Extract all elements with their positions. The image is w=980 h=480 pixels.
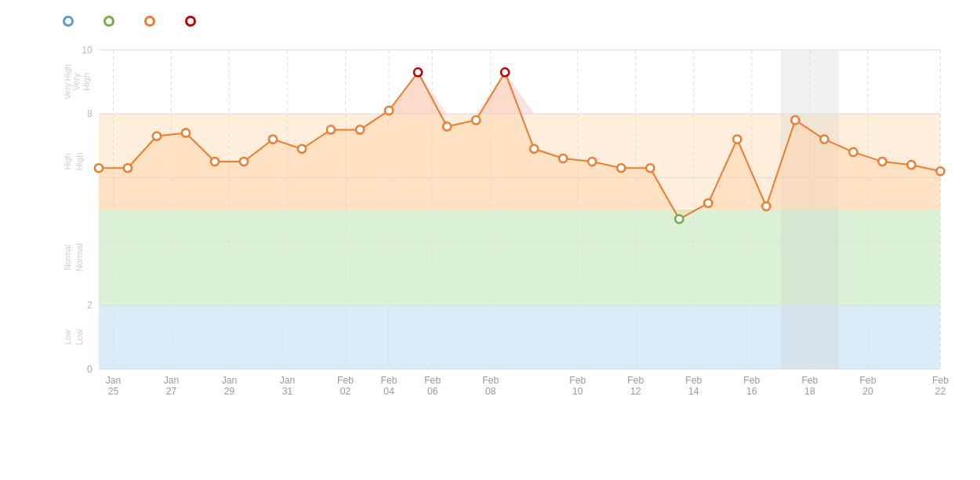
svg-text:Jan: Jan [106, 375, 122, 386]
svg-text:Low: Low [74, 329, 84, 345]
svg-point-66 [936, 167, 944, 175]
svg-text:12: 12 [630, 386, 641, 397]
chart-container: 02810VeryHighHighNormalLowJan25Jan27Jan2… [0, 0, 980, 480]
svg-point-59 [733, 136, 741, 144]
svg-text:Feb: Feb [932, 375, 949, 386]
svg-text:Feb: Feb [801, 375, 818, 386]
svg-point-45 [327, 125, 335, 133]
svg-point-38 [124, 164, 132, 172]
svg-text:Jan: Jan [222, 375, 238, 386]
legend-dot-normal [103, 16, 114, 27]
svg-text:8: 8 [87, 108, 93, 119]
chart-svg: 02810VeryHighHighNormalLowJan25Jan27Jan2… [55, 38, 964, 413]
svg-text:16: 16 [746, 386, 757, 397]
svg-point-61 [791, 116, 799, 124]
svg-text:Normal: Normal [74, 243, 84, 271]
svg-text:04: 04 [383, 386, 394, 397]
svg-text:25: 25 [108, 386, 119, 397]
svg-text:06: 06 [427, 386, 438, 397]
svg-point-53 [559, 155, 567, 162]
svg-text:Feb: Feb [569, 375, 586, 386]
svg-text:High: High [74, 153, 84, 171]
svg-point-48 [414, 68, 422, 76]
legend-dot-veryhigh [185, 16, 196, 27]
svg-text:2: 2 [87, 300, 93, 311]
svg-text:Feb: Feb [627, 375, 644, 386]
svg-text:10: 10 [82, 45, 93, 56]
svg-text:Feb: Feb [381, 375, 397, 386]
svg-text:29: 29 [224, 386, 235, 397]
svg-point-62 [820, 136, 828, 144]
svg-text:Jan: Jan [164, 375, 180, 386]
svg-text:0: 0 [87, 364, 93, 375]
svg-point-55 [617, 164, 625, 172]
svg-text:Very High: Very High [64, 64, 72, 99]
svg-point-42 [240, 158, 248, 165]
svg-point-40 [182, 129, 190, 136]
legend-dot-high [144, 16, 155, 27]
svg-point-41 [211, 158, 219, 165]
legend-item-low [63, 16, 80, 27]
svg-point-60 [762, 202, 770, 210]
svg-point-39 [153, 132, 161, 140]
svg-text:High: High [82, 73, 91, 91]
svg-point-57 [675, 215, 683, 223]
svg-text:Feb: Feb [337, 375, 354, 386]
svg-text:22: 22 [935, 386, 946, 397]
legend-dot-low [63, 16, 74, 27]
svg-text:Feb: Feb [859, 375, 876, 386]
legend-item-veryhigh [185, 16, 202, 27]
svg-text:08: 08 [485, 386, 496, 397]
svg-point-50 [472, 116, 480, 124]
svg-point-54 [588, 158, 596, 165]
chart-legend [55, 16, 964, 27]
svg-text:14: 14 [688, 386, 699, 397]
svg-text:Normal: Normal [64, 245, 72, 271]
svg-point-44 [298, 145, 306, 153]
svg-text:High: High [64, 154, 72, 170]
svg-point-64 [878, 158, 886, 165]
svg-point-63 [849, 148, 857, 156]
svg-text:10: 10 [572, 386, 583, 397]
svg-text:31: 31 [282, 386, 293, 397]
svg-point-56 [646, 164, 654, 172]
svg-point-49 [443, 122, 451, 130]
svg-text:18: 18 [804, 386, 815, 397]
svg-point-51 [501, 68, 509, 76]
svg-text:Jan: Jan [280, 375, 296, 386]
chart-area: 02810VeryHighHighNormalLowJan25Jan27Jan2… [55, 38, 964, 413]
svg-text:Low: Low [64, 329, 72, 344]
svg-text:Feb: Feb [424, 375, 441, 386]
svg-point-58 [704, 199, 712, 207]
legend-item-high [144, 16, 162, 27]
svg-point-43 [269, 136, 277, 144]
svg-point-37 [95, 164, 103, 172]
svg-point-65 [907, 161, 915, 169]
svg-point-47 [385, 107, 393, 115]
svg-text:Feb: Feb [482, 375, 499, 386]
svg-text:02: 02 [340, 386, 351, 397]
svg-text:Feb: Feb [685, 375, 702, 386]
svg-text:Feb: Feb [743, 375, 760, 386]
svg-text:20: 20 [862, 386, 873, 397]
svg-text:27: 27 [166, 386, 177, 397]
svg-point-52 [530, 145, 538, 153]
svg-point-46 [356, 125, 364, 133]
legend-item-normal [103, 16, 121, 27]
